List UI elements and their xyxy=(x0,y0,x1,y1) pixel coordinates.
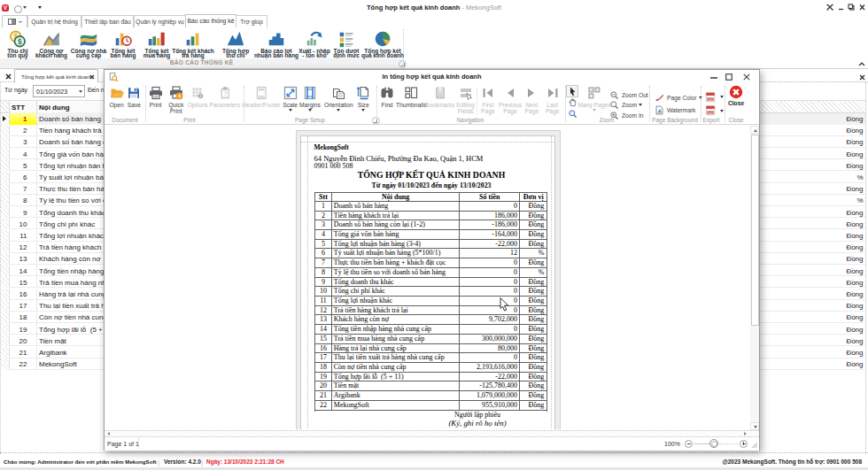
svg-text:$: $ xyxy=(18,38,22,46)
svg-text:?: ? xyxy=(223,90,227,96)
